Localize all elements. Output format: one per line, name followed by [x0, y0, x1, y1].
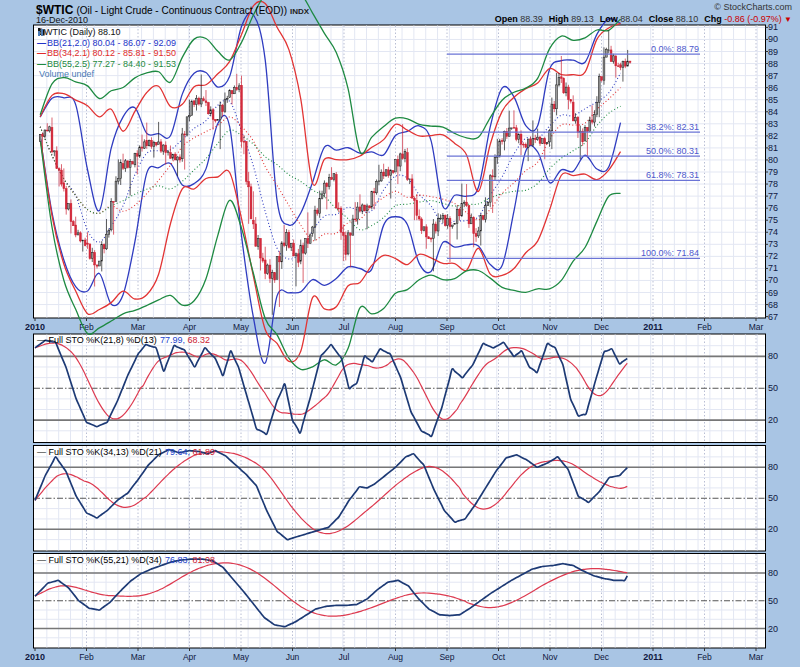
svg-text:Jun: Jun — [286, 652, 300, 662]
svg-text:90: 90 — [768, 34, 778, 44]
svg-text:80: 80 — [768, 351, 778, 361]
quote-values: Open 88.39High 89.13Low 88.04Close 88.10… — [489, 14, 792, 24]
svg-text:Jul: Jul — [339, 322, 350, 332]
quote-value: -0.86 (-0.97%) — [722, 14, 782, 24]
svg-text:Feb: Feb — [697, 652, 712, 662]
month-axis: 2010FebMarAprMayJunJulAugSepOctNovDec201… — [25, 318, 764, 332]
svg-text:89: 89 — [768, 47, 778, 57]
chart-date: 16-Dec-2010 — [36, 15, 88, 25]
svg-text:50.0%: 80.31: 50.0%: 80.31 — [646, 146, 699, 156]
svg-text:Jul: Jul — [339, 652, 350, 662]
k-value: 77.99, — [160, 335, 185, 345]
svg-text:May: May — [233, 652, 250, 662]
quote-label: Chg — [704, 14, 722, 24]
k-value: 76.83, — [165, 555, 190, 565]
copyright: © StockCharts.com — [714, 2, 792, 12]
svg-text:80: 80 — [768, 462, 778, 472]
k-value: 79.64, — [165, 447, 190, 457]
legend-bb-label: BB(21,2.0) 80.04 - 86.07 - 92.09 — [47, 38, 176, 49]
stochastic-label-2: — Full STO %K(34,13) %D(21)79.64, 61.89 — [37, 447, 215, 457]
svg-text:20: 20 — [768, 415, 778, 425]
svg-text:70: 70 — [768, 275, 778, 285]
svg-text:Nov: Nov — [542, 652, 558, 662]
svg-text:68: 68 — [768, 300, 778, 310]
svg-text:67: 67 — [768, 312, 778, 322]
svg-text:Jun: Jun — [286, 322, 300, 332]
quote-label: High — [549, 14, 569, 24]
svg-text:85: 85 — [768, 95, 778, 105]
svg-text:50: 50 — [768, 493, 778, 503]
legend-bb-row: —BB(21,2.0) 80.04 - 86.07 - 92.09 — [37, 38, 176, 49]
svg-text:2011: 2011 — [643, 652, 663, 662]
svg-text:50: 50 — [768, 596, 778, 606]
indicator-name: — Full STO %K(34,13) %D(21) — [37, 447, 162, 457]
quote-value: 88.39 — [518, 14, 543, 24]
svg-text:Mar: Mar — [131, 652, 146, 662]
line-swatch-icon: — — [37, 59, 46, 70]
quote-label: Low — [600, 14, 618, 24]
svg-text:Mar: Mar — [749, 652, 764, 662]
svg-text:80: 80 — [768, 155, 778, 165]
line-swatch-icon: — — [37, 48, 46, 59]
svg-text:84: 84 — [768, 107, 778, 117]
svg-text:71: 71 — [768, 263, 778, 273]
exchange-tag: INDX — [290, 7, 309, 16]
svg-text:73: 73 — [768, 239, 778, 249]
svg-text:Dec: Dec — [594, 652, 610, 662]
svg-text:Oct: Oct — [492, 652, 506, 662]
legend: $WTIC (Daily) 88.10—BB(21,2.0) 80.04 - 8… — [37, 27, 176, 80]
svg-text:87: 87 — [768, 71, 778, 81]
svg-text:20: 20 — [768, 524, 778, 534]
svg-text:2010: 2010 — [25, 322, 45, 332]
svg-text:20: 20 — [768, 624, 778, 634]
svg-text:38.2%: 82.31: 38.2%: 82.31 — [646, 122, 699, 132]
line-swatch-icon: — — [37, 38, 46, 49]
svg-text:79: 79 — [768, 167, 778, 177]
svg-text:Feb: Feb — [79, 652, 94, 662]
svg-text:83: 83 — [768, 119, 778, 129]
legend-volume-row: Volume undef — [37, 69, 176, 80]
quote-label: Open — [495, 14, 518, 24]
svg-text:61.8%: 78.31: 61.8%: 78.31 — [646, 170, 699, 180]
quote-value: 88.10 — [673, 14, 698, 24]
svg-text:86: 86 — [768, 83, 778, 93]
svg-text:82: 82 — [768, 131, 778, 141]
quote-value: 89.13 — [569, 14, 594, 24]
svg-text:88: 88 — [768, 59, 778, 69]
svg-text:Oct: Oct — [492, 322, 506, 332]
chart-canvas: 2010FebMarAprMayJunJulAugSepOctNovDec201… — [0, 0, 800, 667]
quote-label: Close — [649, 14, 674, 24]
price-axis: 9190898887868584838281807978777675747372… — [766, 22, 779, 321]
stochastic-label-1: — Full STO %K(21,8) %D(13)77.99, 68.32 — [37, 335, 210, 345]
svg-text:Apr: Apr — [183, 322, 196, 332]
svg-text:May: May — [233, 322, 250, 332]
svg-text:76: 76 — [768, 203, 778, 213]
d-value: 61.89 — [190, 447, 215, 457]
svg-text:72: 72 — [768, 251, 778, 261]
svg-text:Apr: Apr — [183, 652, 196, 662]
indicator-name: — Full STO %K(55,21) %D(34) — [37, 555, 162, 565]
svg-text:Mar: Mar — [749, 322, 764, 332]
svg-text:2011: 2011 — [643, 322, 663, 332]
indicator-name: — Full STO %K(21,8) %D(13) — [37, 335, 157, 345]
svg-text:80: 80 — [768, 568, 778, 578]
svg-text:77: 77 — [768, 191, 778, 201]
svg-text:74: 74 — [768, 227, 778, 237]
svg-text:75: 75 — [768, 215, 778, 225]
legend-title-row: $WTIC (Daily) 88.10 — [37, 27, 176, 38]
svg-text:50: 50 — [768, 383, 778, 393]
legend-bb-label: BB(55,2.5) 77.27 - 84.40 - 91.53 — [47, 59, 176, 70]
month-axis: 2010FebMarAprMayJunJulAugSepOctNovDec201… — [25, 648, 764, 662]
quote-value: 88.04 — [618, 14, 643, 24]
legend-bb-row: —BB(55,2.5) 77.27 - 84.40 - 91.53 — [37, 59, 176, 70]
svg-text:Feb: Feb — [697, 322, 712, 332]
svg-text:Mar: Mar — [131, 322, 146, 332]
svg-text:78: 78 — [768, 179, 778, 189]
stockcharts-chart: 2010FebMarAprMayJunJulAugSepOctNovDec201… — [0, 0, 800, 667]
change-down-icon: ▼ — [782, 15, 792, 24]
svg-text:Sep: Sep — [439, 322, 454, 332]
d-value: 81.08 — [190, 555, 215, 565]
volume-bars-icon — [37, 27, 46, 36]
svg-text:Aug: Aug — [388, 652, 403, 662]
d-value: 68.32 — [185, 335, 210, 345]
